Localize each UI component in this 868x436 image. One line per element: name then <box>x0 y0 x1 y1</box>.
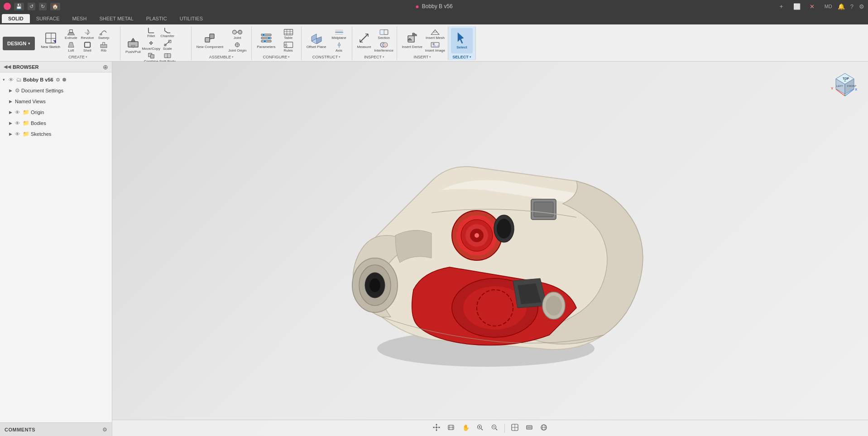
sweep-button[interactable]: Sweep <box>96 28 112 41</box>
root-folder: 🗂 <box>16 77 22 83</box>
tree-item-named-views[interactable]: ▶ Named Views <box>0 96 112 107</box>
named-views-label: Named Views <box>15 99 46 104</box>
move-button[interactable]: ✥ Move/Copy <box>143 39 159 52</box>
window-title: Bobby B v56 <box>422 3 453 10</box>
tab-surface[interactable]: SURFACE <box>30 14 66 23</box>
interference-button[interactable]: Interference <box>374 41 394 53</box>
inspect-chevron[interactable]: ▾ <box>383 55 384 59</box>
tab-utilities[interactable]: UTILITIES <box>173 14 209 23</box>
extrude-button[interactable]: Extrude <box>63 28 79 41</box>
comments-settings-icon[interactable]: ⚙ <box>102 426 107 433</box>
shell-button[interactable]: Shell <box>79 41 96 53</box>
sidebar: ◀◀ BROWSER ⊕ ▾ 👁 🗂 Bobby B v56 ⚙ ▶ ⚙ Doc… <box>0 62 112 436</box>
svg-point-37 <box>268 37 270 39</box>
svg-marker-3 <box>53 40 56 43</box>
browser-expand-btn[interactable]: ⊕ <box>103 63 108 71</box>
root-arrow: ▾ <box>3 77 7 82</box>
root-eye[interactable]: 👁 <box>9 77 15 82</box>
close-btn[interactable]: ✕ <box>807 2 817 11</box>
rib-button[interactable]: Rib <box>96 41 112 53</box>
bodies-eye[interactable]: 👁 <box>15 120 21 126</box>
bell-icon[interactable]: 🔔 <box>838 3 845 10</box>
settings-icon[interactable]: ⚙ <box>859 3 864 10</box>
construct-plane-button[interactable]: Offset Plane <box>304 28 329 53</box>
tab-solid[interactable]: SOLID <box>2 14 30 23</box>
view-cube[interactable]: TOP LEFT FRONT X Y Z <box>829 69 861 101</box>
chamfer-button[interactable]: Chamfer <box>159 26 176 39</box>
select-chevron[interactable]: ▾ <box>470 55 471 59</box>
viewport[interactable]: TOP LEFT FRONT X Y Z ✋ <box>112 62 868 436</box>
insert-chevron[interactable]: ▾ <box>429 55 431 59</box>
grid-btn[interactable] <box>430 422 443 434</box>
insert-image-button[interactable]: Insert Image <box>425 41 445 53</box>
configure-chevron[interactable]: ▾ <box>288 55 290 59</box>
svg-marker-75 <box>458 33 464 43</box>
table-button[interactable]: Table <box>278 28 298 41</box>
browser-toggle[interactable]: ◀◀ <box>4 64 11 70</box>
display-mode-btn[interactable] <box>508 422 521 434</box>
assemble-group: New Component Joint <box>192 26 252 60</box>
assemble-button[interactable]: New Component <box>194 28 226 53</box>
insert-derive-button[interactable]: Insert Derive <box>400 28 425 53</box>
toolbar: DESIGN ▾ New Sketch <box>0 24 868 62</box>
scale-button[interactable]: Scale <box>159 39 176 52</box>
insert-mesh-button[interactable]: Insert Mesh <box>425 28 445 41</box>
sketches-folder-icon: 📁 <box>23 131 29 137</box>
section-analysis-button[interactable]: Section <box>374 28 394 41</box>
midplane-button[interactable]: Midplane <box>329 28 349 41</box>
tab-sheet-metal[interactable]: SHEET METAL <box>93 14 139 23</box>
axis-button[interactable]: Axis <box>329 41 349 53</box>
construct-chevron[interactable]: ▾ <box>339 55 340 59</box>
tab-plastic[interactable]: PLASTIC <box>140 14 173 23</box>
tree-item-root[interactable]: ▾ 👁 🗂 Bobby B v56 ⚙ <box>0 74 112 85</box>
zoom-btn[interactable] <box>474 422 486 434</box>
fillet-button[interactable]: Fillet <box>143 26 159 39</box>
origin-eye[interactable]: 👁 <box>15 110 21 115</box>
sketches-eye[interactable]: 👁 <box>15 131 21 137</box>
quick-redo-btn[interactable]: ↻ <box>39 3 47 10</box>
profile-icon[interactable]: MD <box>825 4 832 9</box>
origin-label: Origin <box>31 110 44 115</box>
svg-point-36 <box>262 34 264 36</box>
svg-line-125 <box>496 429 497 430</box>
tree-item-sketches[interactable]: ▶ 👁 📁 Sketches <box>0 129 112 139</box>
title-bar: 💾 ↺ ↻ 🏠 ● Bobby B v56 ＋ ⬜ ✕ MD 🔔 ? ⚙ <box>0 0 868 13</box>
tree-item-origin[interactable]: ▶ 👁 📁 Origin <box>0 107 112 118</box>
push-pull-button[interactable]: Push/Pull <box>123 33 143 58</box>
zoom-out-btn[interactable] <box>488 422 501 434</box>
loft-button[interactable]: Loft <box>63 41 79 53</box>
root-gear[interactable]: ⚙ <box>56 77 60 83</box>
environment-btn[interactable] <box>537 422 550 434</box>
tree-item-document-settings[interactable]: ▶ ⚙ Document Settings <box>0 85 112 96</box>
new-sketch-button[interactable]: New Sketch <box>38 28 62 53</box>
assemble-label: ASSEMBLE <box>209 55 231 59</box>
configure-button[interactable]: Parameters <box>254 28 278 53</box>
minimize-btn[interactable]: ⬜ <box>791 2 803 11</box>
quick-save-btn[interactable]: 💾 <box>14 3 24 10</box>
joint-origin-button[interactable]: Joint Origin <box>226 41 249 53</box>
app-orange-dot: ● <box>415 3 419 10</box>
add-tab-btn[interactable]: ＋ <box>776 1 787 11</box>
tree-item-bodies[interactable]: ▶ 👁 📁 Bodies <box>0 118 112 129</box>
pan-btn[interactable]: ✋ <box>459 422 472 434</box>
select-button[interactable]: Select <box>451 28 473 53</box>
quick-home-btn[interactable]: 🏠 <box>50 3 60 10</box>
assemble-chevron[interactable]: ▾ <box>232 55 234 59</box>
orbit-btn[interactable] <box>445 422 457 434</box>
svg-text:X: X <box>855 87 858 91</box>
design-menu-button[interactable]: DESIGN ▾ <box>3 37 35 50</box>
tab-mesh[interactable]: MESH <box>66 14 93 23</box>
svg-point-90 <box>497 219 511 239</box>
help-icon[interactable]: ? <box>850 3 854 10</box>
rules-button[interactable]: f() Rules <box>278 41 298 53</box>
visual-style-btn[interactable] <box>523 422 536 434</box>
root-bullet <box>62 78 66 81</box>
inspect-label: INSPECT <box>364 55 382 59</box>
create-chevron[interactable]: ▾ <box>86 55 87 59</box>
measure-button[interactable]: Measure <box>355 28 374 53</box>
svg-rect-82 <box>534 202 553 217</box>
configure-label: CONFIGURE <box>263 55 287 59</box>
revolve-button[interactable]: Revolve <box>79 28 96 41</box>
joint-button[interactable]: Joint <box>226 28 249 41</box>
quick-undo-btn[interactable]: ↺ <box>28 3 35 10</box>
